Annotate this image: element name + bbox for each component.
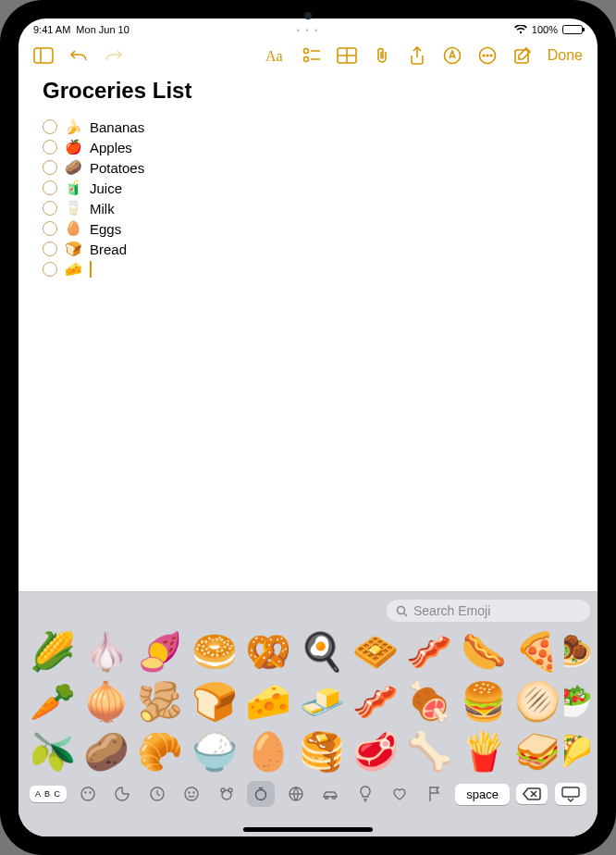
checkbox-circle[interactable] — [43, 160, 57, 175]
share-icon[interactable] — [403, 42, 431, 69]
emoji-key[interactable]: 🫚 — [133, 679, 187, 724]
space-key[interactable]: space — [455, 784, 510, 805]
emoji-keyboard: Search Emoji 🌽🧄🍠🥯🥨🍳🧇🥓🌭🍕🥕🧅🫚🍞🧀🧈🥓🍖🍔🫓🫒🥔🥐🍚🥚🥞🥩… — [18, 591, 598, 836]
emoji-key[interactable]: 🍳 — [295, 629, 349, 674]
dismiss-keyboard-key[interactable] — [555, 783, 586, 805]
sidebar-toggle-icon[interactable] — [30, 42, 57, 69]
emoji-key[interactable]: 🥓 — [349, 679, 402, 724]
category-smileys-icon[interactable] — [178, 781, 205, 807]
svg-point-18 — [81, 787, 94, 800]
delete-key[interactable] — [516, 784, 548, 804]
category-activity-icon[interactable] — [282, 781, 310, 807]
category-clock-icon[interactable] — [143, 781, 171, 807]
svg-point-30 — [326, 797, 328, 799]
svg-point-13 — [487, 55, 488, 56]
checklist-item[interactable]: 🥛Milk — [43, 198, 573, 218]
emoji-key[interactable]: 🧈 — [295, 679, 349, 724]
svg-rect-0 — [34, 48, 53, 63]
text-format-icon[interactable]: Aa — [263, 42, 290, 69]
svg-text:Aa: Aa — [265, 48, 283, 64]
checklist-item[interactable]: 🍌Bananas — [43, 117, 573, 137]
category-animals-icon[interactable] — [213, 781, 240, 807]
svg-line-17 — [404, 613, 407, 616]
item-emoji: 🍞 — [65, 241, 82, 257]
item-emoji: 🥚 — [65, 220, 82, 237]
item-text: Bread — [90, 242, 127, 257]
undo-icon[interactable] — [65, 42, 92, 69]
item-text: Juice — [90, 180, 122, 196]
checklist-item[interactable]: 🍞Bread — [43, 239, 573, 259]
emoji-key[interactable]: 🍕 — [511, 629, 564, 674]
emoji-key[interactable]: 🧄 — [80, 629, 133, 674]
checklist-item[interactable]: 🥚Eggs — [43, 218, 573, 239]
emoji-search[interactable]: Search Emoji — [387, 600, 590, 622]
category-flags-icon[interactable] — [421, 781, 449, 807]
emoji-key[interactable]: 🥪 — [511, 729, 564, 774]
abc-key[interactable]: A B C — [30, 786, 67, 802]
note-body[interactable]: Groceries List 🍌Bananas🍎Apples🥔Potatoes🧃… — [18, 74, 598, 591]
emoji-key[interactable]: 🥞 — [295, 729, 349, 774]
checkbox-circle[interactable] — [43, 140, 57, 155]
checklist-item-active[interactable]: 🧀 — [43, 259, 573, 279]
markup-icon[interactable] — [438, 42, 466, 69]
compose-icon[interactable] — [509, 42, 536, 69]
home-indicator[interactable] — [243, 827, 373, 832]
category-travel-icon[interactable] — [316, 781, 344, 807]
svg-point-22 — [185, 787, 198, 800]
category-objects-icon[interactable] — [351, 781, 379, 807]
emoji-key[interactable]: 🥯 — [188, 629, 241, 674]
emoji-key[interactable]: 🧆 — [564, 629, 590, 674]
category-symbols-icon[interactable] — [386, 781, 413, 807]
emoji-key[interactable]: 🥔 — [80, 729, 133, 774]
checkbox-circle[interactable] — [43, 221, 57, 236]
emoji-key[interactable]: 🍖 — [402, 679, 456, 724]
note-title[interactable]: Groceries List — [43, 78, 573, 104]
emoji-key[interactable]: 🧅 — [80, 679, 133, 724]
checkbox-circle[interactable] — [43, 119, 57, 134]
checkbox-circle[interactable] — [43, 262, 57, 277]
emoji-key[interactable]: 🥩 — [349, 729, 402, 774]
emoji-key[interactable]: 🫓 — [511, 679, 564, 724]
emoji-key[interactable]: 🍟 — [457, 729, 511, 774]
category-stickers-icon[interactable] — [108, 781, 136, 807]
emoji-key[interactable]: 🍔 — [457, 679, 511, 724]
item-emoji: 🧀 — [65, 261, 82, 278]
emoji-key[interactable]: 🍠 — [133, 629, 187, 674]
checklist-item[interactable]: 🧃Juice — [43, 178, 573, 198]
emoji-key[interactable]: 🍞 — [188, 679, 241, 724]
checklist-item[interactable]: 🍎Apples — [43, 137, 573, 157]
emoji-key[interactable]: 🥐 — [133, 729, 187, 774]
more-icon[interactable] — [474, 42, 501, 69]
svg-point-24 — [193, 792, 194, 793]
emoji-key[interactable]: 🥚 — [241, 729, 295, 774]
emoji-key[interactable]: 🫒 — [26, 729, 80, 774]
emoji-key[interactable]: 🥨 — [241, 629, 295, 674]
emoji-key[interactable]: 🧀 — [241, 679, 295, 724]
checkbox-circle[interactable] — [43, 201, 57, 216]
attachment-icon[interactable] — [368, 42, 396, 69]
emoji-key[interactable]: 🥕 — [26, 679, 80, 724]
emoji-grid: 🌽🧄🍠🥯🥨🍳🧇🥓🌭🍕🥕🧅🫚🍞🧀🧈🥓🍖🍔🫓🫒🥔🥐🍚🥚🥞🥩🦴🍟🥪 — [26, 629, 564, 774]
checkbox-circle[interactable] — [43, 180, 57, 195]
emoji-key[interactable]: 🥗 — [564, 679, 590, 724]
checkbox-circle[interactable] — [43, 242, 57, 256]
emoji-key[interactable]: 🍚 — [188, 729, 241, 774]
table-icon[interactable] — [333, 42, 361, 69]
emoji-key[interactable]: 🥓 — [402, 629, 456, 674]
item-emoji: 🧃 — [65, 180, 82, 196]
category-recent-icon[interactable] — [74, 781, 102, 807]
emoji-key[interactable]: 🦴 — [402, 729, 456, 774]
emoji-key[interactable]: 🌮 — [564, 729, 590, 774]
checklist-icon[interactable] — [298, 42, 326, 69]
checklist-item[interactable]: 🥔Potatoes — [43, 157, 573, 178]
done-button[interactable]: Done — [544, 47, 586, 64]
emoji-key[interactable]: 🧇 — [349, 629, 402, 674]
category-food-icon[interactable] — [247, 781, 275, 807]
svg-point-12 — [483, 55, 485, 56]
emoji-key[interactable]: 🌭 — [457, 629, 511, 674]
multitask-indicator[interactable]: • • • — [297, 26, 319, 35]
camera-dot — [304, 12, 312, 19]
item-text: Bananas — [90, 119, 144, 135]
emoji-key[interactable]: 🌽 — [26, 629, 80, 674]
search-placeholder: Search Emoji — [413, 603, 490, 618]
